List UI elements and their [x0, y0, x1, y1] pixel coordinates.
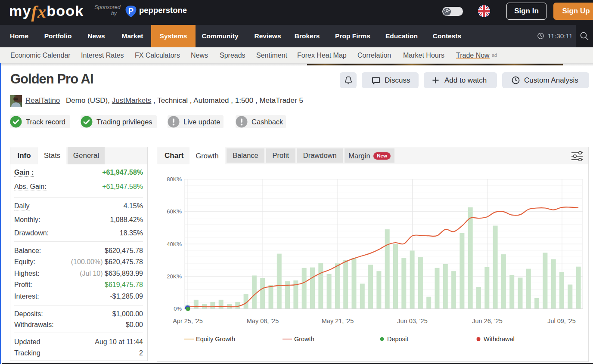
svg-text:Apr 25, '25: Apr 25, '25	[173, 318, 203, 324]
svg-text:Withdrawal: Withdrawal	[484, 336, 515, 342]
svg-text:80K%: 80K%	[167, 176, 182, 182]
svg-text:P: P	[128, 7, 134, 15]
svg-text:Jun 03, '25: Jun 03, '25	[397, 318, 428, 324]
svg-text:Equity Growth: Equity Growth	[196, 336, 235, 342]
svg-text:60K%: 60K%	[167, 208, 182, 215]
svg-text:0%: 0%	[174, 305, 182, 312]
svg-text:May 21, '25: May 21, '25	[322, 318, 354, 324]
svg-text:Jun 26, '25: Jun 26, '25	[472, 318, 503, 324]
svg-text:Growth: Growth	[294, 336, 314, 342]
svg-text:Jul 09, '25: Jul 09, '25	[547, 318, 576, 324]
svg-text:40K%: 40K%	[167, 241, 182, 247]
svg-text:May 08, '25: May 08, '25	[247, 318, 279, 324]
svg-text:20K%: 20K%	[167, 273, 182, 280]
svg-text:Deposit: Deposit	[387, 336, 408, 342]
